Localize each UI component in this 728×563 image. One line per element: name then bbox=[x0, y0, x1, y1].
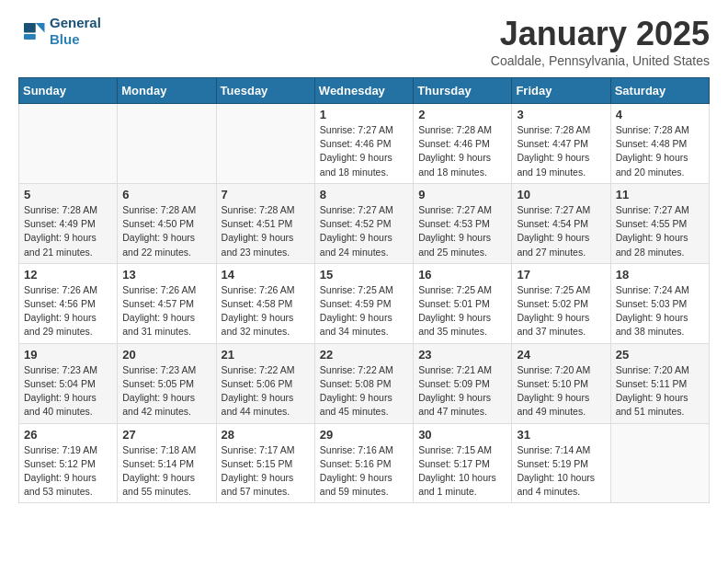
calendar-cell: 1Sunrise: 7:27 AM Sunset: 4:46 PM Daylig… bbox=[314, 104, 413, 184]
day-info: Sunrise: 7:28 AM Sunset: 4:48 PM Dayligh… bbox=[616, 123, 704, 179]
day-number: 4 bbox=[616, 108, 704, 121]
calendar-cell: 14Sunrise: 7:26 AM Sunset: 4:58 PM Dayli… bbox=[216, 263, 314, 343]
calendar-table: SundayMondayTuesdayWednesdayThursdayFrid… bbox=[18, 77, 710, 503]
day-info: Sunrise: 7:25 AM Sunset: 5:01 PM Dayligh… bbox=[418, 283, 506, 339]
month-title: January 2025 bbox=[491, 15, 710, 53]
page-header: General Blue January 2025 Coaldale, Penn… bbox=[18, 15, 710, 68]
page-container: General Blue January 2025 Coaldale, Penn… bbox=[0, 0, 728, 518]
day-info: Sunrise: 7:22 AM Sunset: 5:08 PM Dayligh… bbox=[320, 363, 408, 419]
calendar-body: 1Sunrise: 7:27 AM Sunset: 4:46 PM Daylig… bbox=[19, 104, 710, 503]
calendar-cell: 16Sunrise: 7:25 AM Sunset: 5:01 PM Dayli… bbox=[414, 263, 512, 343]
day-number: 18 bbox=[616, 268, 704, 282]
logo-text-line1: General bbox=[50, 15, 101, 31]
calendar-cell: 4Sunrise: 7:28 AM Sunset: 4:48 PM Daylig… bbox=[610, 104, 709, 184]
weekday-header-row: SundayMondayTuesdayWednesdayThursdayFrid… bbox=[19, 78, 710, 104]
day-number: 27 bbox=[122, 428, 210, 442]
day-info: Sunrise: 7:28 AM Sunset: 4:46 PM Dayligh… bbox=[418, 123, 506, 179]
calendar-cell: 26Sunrise: 7:19 AM Sunset: 5:12 PM Dayli… bbox=[19, 423, 118, 503]
day-info: Sunrise: 7:25 AM Sunset: 5:02 PM Dayligh… bbox=[517, 283, 605, 339]
day-info: Sunrise: 7:27 AM Sunset: 4:54 PM Dayligh… bbox=[517, 203, 605, 259]
calendar-cell: 13Sunrise: 7:26 AM Sunset: 4:57 PM Dayli… bbox=[118, 263, 216, 343]
day-number: 13 bbox=[122, 268, 210, 282]
calendar-cell: 31Sunrise: 7:14 AM Sunset: 5:19 PM Dayli… bbox=[512, 423, 610, 503]
weekday-header-wednesday: Wednesday bbox=[314, 78, 413, 104]
day-number: 2 bbox=[418, 108, 506, 121]
day-number: 1 bbox=[320, 108, 408, 121]
calendar-cell: 10Sunrise: 7:27 AM Sunset: 4:54 PM Dayli… bbox=[512, 183, 610, 263]
svg-marker-0 bbox=[36, 23, 45, 33]
day-number: 31 bbox=[517, 428, 605, 442]
day-info: Sunrise: 7:16 AM Sunset: 5:16 PM Dayligh… bbox=[320, 443, 408, 500]
calendar-cell bbox=[19, 104, 118, 184]
logo-icon bbox=[18, 17, 46, 45]
day-number: 5 bbox=[24, 188, 112, 201]
day-info: Sunrise: 7:28 AM Sunset: 4:47 PM Dayligh… bbox=[517, 123, 605, 179]
day-info: Sunrise: 7:26 AM Sunset: 4:56 PM Dayligh… bbox=[24, 283, 112, 339]
calendar-cell: 27Sunrise: 7:18 AM Sunset: 5:14 PM Dayli… bbox=[118, 423, 216, 503]
day-number: 30 bbox=[418, 428, 506, 442]
day-number: 15 bbox=[320, 268, 408, 282]
calendar-cell: 30Sunrise: 7:15 AM Sunset: 5:17 PM Dayli… bbox=[414, 423, 512, 503]
calendar-cell: 21Sunrise: 7:22 AM Sunset: 5:06 PM Dayli… bbox=[216, 343, 314, 423]
location-text: Coaldale, Pennsylvania, United States bbox=[491, 53, 710, 68]
calendar-cell: 19Sunrise: 7:23 AM Sunset: 5:04 PM Dayli… bbox=[19, 343, 118, 423]
day-info: Sunrise: 7:28 AM Sunset: 4:49 PM Dayligh… bbox=[24, 203, 112, 259]
day-number: 28 bbox=[222, 428, 310, 442]
weekday-header-monday: Monday bbox=[118, 78, 216, 104]
day-info: Sunrise: 7:28 AM Sunset: 4:50 PM Dayligh… bbox=[122, 203, 210, 259]
calendar-cell: 20Sunrise: 7:23 AM Sunset: 5:05 PM Dayli… bbox=[118, 343, 216, 423]
day-number: 19 bbox=[24, 348, 112, 362]
day-number: 14 bbox=[222, 268, 310, 282]
calendar-cell: 18Sunrise: 7:24 AM Sunset: 5:03 PM Dayli… bbox=[610, 263, 709, 343]
day-info: Sunrise: 7:23 AM Sunset: 5:04 PM Dayligh… bbox=[24, 363, 112, 419]
day-info: Sunrise: 7:22 AM Sunset: 5:06 PM Dayligh… bbox=[222, 363, 310, 419]
svg-rect-2 bbox=[24, 34, 36, 40]
logo: General Blue bbox=[18, 15, 101, 48]
calendar-cell: 24Sunrise: 7:20 AM Sunset: 5:10 PM Dayli… bbox=[512, 343, 610, 423]
day-number: 10 bbox=[517, 188, 605, 201]
week-row-0: 1Sunrise: 7:27 AM Sunset: 4:46 PM Daylig… bbox=[19, 104, 710, 184]
calendar-cell: 5Sunrise: 7:28 AM Sunset: 4:49 PM Daylig… bbox=[19, 183, 118, 263]
day-info: Sunrise: 7:23 AM Sunset: 5:05 PM Dayligh… bbox=[122, 363, 210, 419]
day-info: Sunrise: 7:26 AM Sunset: 4:57 PM Dayligh… bbox=[122, 283, 210, 339]
day-number: 17 bbox=[517, 268, 605, 282]
calendar-cell: 7Sunrise: 7:28 AM Sunset: 4:51 PM Daylig… bbox=[216, 183, 314, 263]
day-number: 12 bbox=[24, 268, 112, 282]
day-number: 24 bbox=[517, 348, 605, 362]
day-info: Sunrise: 7:27 AM Sunset: 4:55 PM Dayligh… bbox=[616, 203, 704, 259]
calendar-cell bbox=[118, 104, 216, 184]
day-number: 20 bbox=[122, 348, 210, 362]
day-info: Sunrise: 7:27 AM Sunset: 4:52 PM Dayligh… bbox=[320, 203, 408, 259]
week-row-3: 19Sunrise: 7:23 AM Sunset: 5:04 PM Dayli… bbox=[19, 343, 710, 423]
calendar-cell bbox=[610, 423, 709, 503]
day-info: Sunrise: 7:27 AM Sunset: 4:53 PM Dayligh… bbox=[418, 203, 506, 259]
day-number: 11 bbox=[616, 188, 704, 201]
day-number: 6 bbox=[122, 188, 210, 201]
weekday-header-saturday: Saturday bbox=[610, 78, 709, 104]
week-row-4: 26Sunrise: 7:19 AM Sunset: 5:12 PM Dayli… bbox=[19, 423, 710, 503]
day-number: 7 bbox=[222, 188, 310, 201]
day-number: 25 bbox=[616, 348, 704, 362]
day-number: 22 bbox=[320, 348, 408, 362]
calendar-cell: 12Sunrise: 7:26 AM Sunset: 4:56 PM Dayli… bbox=[19, 263, 118, 343]
day-info: Sunrise: 7:28 AM Sunset: 4:51 PM Dayligh… bbox=[222, 203, 310, 259]
calendar-header: SundayMondayTuesdayWednesdayThursdayFrid… bbox=[19, 78, 710, 104]
calendar-cell: 11Sunrise: 7:27 AM Sunset: 4:55 PM Dayli… bbox=[610, 183, 709, 263]
day-info: Sunrise: 7:25 AM Sunset: 4:59 PM Dayligh… bbox=[320, 283, 408, 339]
week-row-1: 5Sunrise: 7:28 AM Sunset: 4:49 PM Daylig… bbox=[19, 183, 710, 263]
day-info: Sunrise: 7:24 AM Sunset: 5:03 PM Dayligh… bbox=[616, 283, 704, 339]
day-info: Sunrise: 7:27 AM Sunset: 4:46 PM Dayligh… bbox=[320, 123, 408, 179]
calendar-cell: 25Sunrise: 7:20 AM Sunset: 5:11 PM Dayli… bbox=[610, 343, 709, 423]
weekday-header-friday: Friday bbox=[512, 78, 610, 104]
calendar-cell: 9Sunrise: 7:27 AM Sunset: 4:53 PM Daylig… bbox=[414, 183, 512, 263]
title-block: January 2025 Coaldale, Pennsylvania, Uni… bbox=[491, 15, 710, 68]
calendar-cell: 6Sunrise: 7:28 AM Sunset: 4:50 PM Daylig… bbox=[118, 183, 216, 263]
day-number: 23 bbox=[418, 348, 506, 362]
day-info: Sunrise: 7:20 AM Sunset: 5:10 PM Dayligh… bbox=[517, 363, 605, 419]
weekday-header-tuesday: Tuesday bbox=[216, 78, 314, 104]
day-number: 21 bbox=[222, 348, 310, 362]
day-info: Sunrise: 7:17 AM Sunset: 5:15 PM Dayligh… bbox=[222, 443, 310, 500]
calendar-cell: 28Sunrise: 7:17 AM Sunset: 5:15 PM Dayli… bbox=[216, 423, 314, 503]
calendar-cell: 15Sunrise: 7:25 AM Sunset: 4:59 PM Dayli… bbox=[314, 263, 413, 343]
calendar-cell: 2Sunrise: 7:28 AM Sunset: 4:46 PM Daylig… bbox=[414, 104, 512, 184]
